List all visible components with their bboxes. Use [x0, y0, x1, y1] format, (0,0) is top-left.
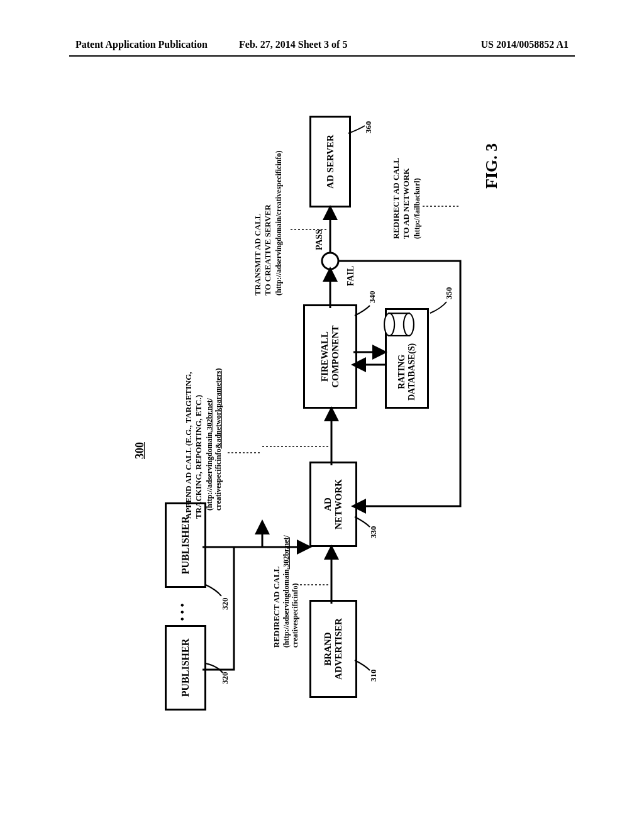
append-ad-call-url2: creativespecificinfo&adnetworkparameters… — [214, 297, 223, 511]
figure-caption: FIG. 3 — [482, 143, 501, 189]
ref-360: 360 — [364, 121, 374, 134]
ref-320-left: 320 — [220, 672, 230, 685]
transmit-title: TRANSMIT AD CALL TO CREATIVE SERVER — [253, 107, 272, 296]
fail-label: FAIL — [346, 266, 357, 286]
pub-type: Patent Application Publication — [75, 39, 208, 50]
ref-330: 330 — [369, 526, 379, 539]
figure-rotated-container: 300 PUBLISHER ··· PUBLISHER BRAND ADVERT… — [121, 107, 523, 736]
ref-320-right: 320 — [220, 598, 230, 611]
sheet-info: Feb. 27, 2014 Sheet 3 of 5 — [239, 39, 347, 50]
ref-350: 350 — [444, 287, 454, 300]
figure-stage: 300 PUBLISHER ··· PUBLISHER BRAND ADVERT… — [121, 107, 523, 736]
transmit-url: (http://adservingdomain/creativespecific… — [274, 94, 283, 296]
pub-number: US 2014/0058852 A1 — [480, 39, 569, 50]
connectors-layer — [121, 107, 523, 736]
header-rule — [69, 55, 575, 57]
redirect-to-network-title: REDIRECT AD CALL — [272, 522, 282, 648]
pass-label: PASS — [314, 230, 325, 250]
redirect-to-network-url1: (http://adservingdomain.302br.net/ — [282, 497, 291, 648]
page: Patent Application Publication Feb. 27, … — [0, 0, 644, 830]
redirect-to-network-url2: creativespecificinfo) — [291, 497, 299, 648]
ref-340: 340 — [367, 291, 377, 304]
ref-310: 310 — [369, 670, 379, 682]
redirect-fail-url: (http://failbackurl) — [413, 101, 421, 239]
append-ad-call-url1: (http://adservingdomain.302br.net/ — [205, 309, 214, 511]
append-ad-call-title: APPEND AD CALL (E.G., TARGETING, TRACKIN… — [184, 324, 203, 519]
redirect-fail-title: REDIRECT AD CALL TO AD NETWORK — [391, 101, 411, 239]
